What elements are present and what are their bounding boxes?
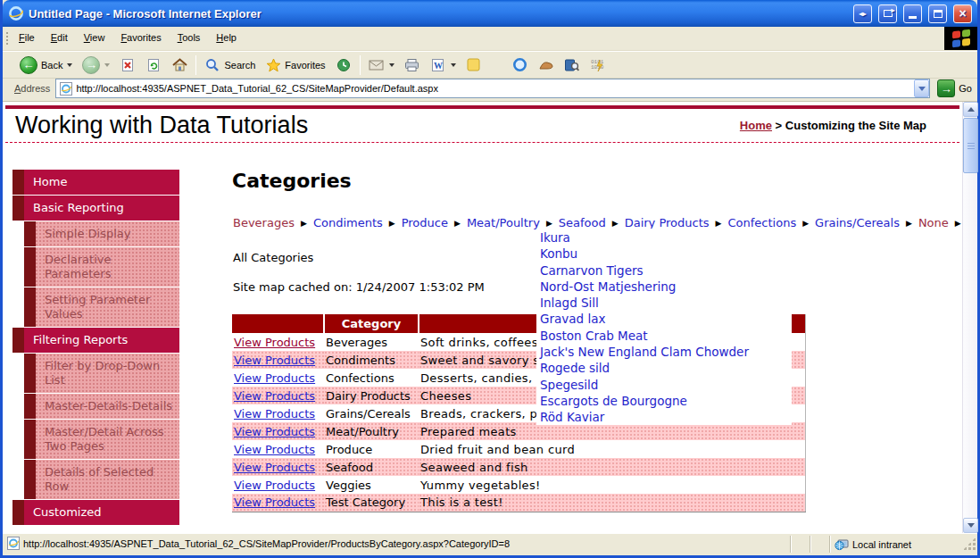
address-url[interactable]: http://localhost:4935/ASPNET_Data_Tutori… bbox=[76, 83, 910, 94]
submenu-item-gravad-lax[interactable]: Gravad lax bbox=[540, 311, 792, 327]
view-products-link[interactable]: View Products bbox=[234, 496, 315, 509]
menu-tools[interactable]: Tools bbox=[170, 27, 209, 50]
scroll-up-button[interactable] bbox=[963, 102, 978, 117]
history-icon bbox=[336, 57, 352, 73]
back-button[interactable]: ← Back bbox=[15, 54, 77, 76]
menu-item-condiments[interactable]: Condiments bbox=[313, 216, 383, 229]
favorites-button[interactable]: Favorites bbox=[261, 55, 329, 75]
binary-tool-button[interactable]: 01011010 bbox=[586, 55, 610, 75]
view-products-link[interactable]: View Products bbox=[234, 371, 315, 385]
messenger-button[interactable] bbox=[508, 55, 533, 75]
submenu-item-nord-ost-matjeshering[interactable]: Nord-Ost Matjeshering bbox=[540, 279, 792, 295]
view-products-link[interactable]: View Products bbox=[234, 425, 315, 438]
refresh-button[interactable] bbox=[141, 55, 166, 75]
vertical-scrollbar[interactable] bbox=[962, 102, 977, 533]
sidebar-item-basic-reporting[interactable]: Basic Reporting bbox=[12, 196, 179, 221]
sidebar-item-customized[interactable]: Customized bbox=[12, 500, 179, 525]
submenu-item-carnarvon-tigers[interactable]: Carnarvon Tigers bbox=[540, 262, 792, 279]
edit-with-word-button[interactable]: W bbox=[426, 55, 461, 75]
category-cell: Meat/Poultry bbox=[324, 422, 419, 440]
browser-viewport: Working with Data Tutorials Home > Custo… bbox=[3, 102, 977, 533]
scroll-down-button[interactable] bbox=[963, 518, 978, 533]
sidebar-item-simple-display[interactable]: Simple Display bbox=[24, 221, 179, 246]
security-zone-label: Local intranet bbox=[852, 539, 911, 550]
view-products-link[interactable]: View Products bbox=[234, 407, 315, 421]
encarta-button[interactable] bbox=[560, 55, 585, 75]
sidebar-item-declarative-parameters[interactable]: Declarative Parameters bbox=[24, 247, 179, 287]
menu-item-seafood[interactable]: Seafood bbox=[559, 216, 606, 229]
submenu-item-rogede-sild[interactable]: Rogede sild bbox=[540, 360, 792, 376]
menu-item-dairy-products[interactable]: Dairy Products bbox=[625, 216, 710, 229]
submenu-item-jacks-clam-chowder[interactable]: Jack's New England Clam Chowder bbox=[540, 344, 792, 360]
home-button[interactable] bbox=[167, 55, 192, 75]
minimize-button[interactable] bbox=[903, 4, 922, 23]
menu-file[interactable]: File bbox=[11, 27, 43, 50]
view-products-link[interactable]: View Products bbox=[234, 389, 315, 403]
sidebar-item-filter-by-dropdown-list[interactable]: Filter by Drop-Down List bbox=[24, 354, 179, 393]
view-products-link[interactable]: View Products bbox=[234, 336, 315, 349]
menu-item-meat-poultry[interactable]: Meat/Poultry bbox=[467, 216, 540, 229]
go-button[interactable]: → bbox=[937, 79, 955, 97]
category-cell: Produce bbox=[324, 440, 419, 458]
print-button[interactable] bbox=[400, 55, 425, 75]
sidebar-item-master-details-details[interactable]: Master-Details-Details bbox=[24, 394, 179, 419]
header-actions bbox=[232, 314, 324, 333]
restore-down-button[interactable]: ◂▸ bbox=[853, 4, 872, 23]
view-products-link[interactable]: View Products bbox=[234, 479, 315, 492]
table-row: View Products Seafood Seaweed and fish bbox=[232, 458, 805, 476]
view-products-link[interactable]: View Products bbox=[234, 354, 315, 367]
print-icon bbox=[404, 57, 420, 73]
browser-window: Untitled Page - Microsoft Internet Explo… bbox=[0, 0, 980, 558]
address-input[interactable]: http://localhost:4935/ASPNET_Data_Tutori… bbox=[55, 79, 930, 98]
title-bar: Untitled Page - Microsoft Internet Explo… bbox=[3, 0, 977, 27]
sidebar-item-filtering-reports[interactable]: Filtering Reports bbox=[12, 328, 179, 353]
sidebar-item-home[interactable]: Home bbox=[12, 170, 179, 195]
submenu-item-konbu[interactable]: Konbu bbox=[540, 246, 792, 262]
menu-view[interactable]: View bbox=[76, 27, 113, 50]
internet-explorer-icon bbox=[8, 5, 24, 21]
resize-grip[interactable] bbox=[963, 537, 976, 550]
pop-out-button[interactable] bbox=[878, 4, 897, 23]
view-products-link[interactable]: View Products bbox=[234, 443, 315, 456]
sidebar-item-details-of-selected-row[interactable]: Details of Selected Row bbox=[24, 460, 179, 499]
scrollbar-thumb[interactable] bbox=[963, 118, 978, 173]
search-button[interactable]: Search bbox=[200, 55, 260, 75]
menu-item-produce[interactable]: Produce bbox=[402, 216, 448, 229]
discuss-button[interactable] bbox=[461, 55, 486, 75]
maximize-button[interactable] bbox=[928, 4, 947, 23]
menu-favorites[interactable]: Favorites bbox=[112, 27, 169, 50]
research-button[interactable] bbox=[534, 55, 559, 75]
menu-item-confections[interactable]: Confections bbox=[728, 216, 797, 229]
stop-button[interactable] bbox=[115, 55, 140, 75]
mail-button[interactable] bbox=[364, 55, 399, 75]
menu-item-grains-cereals[interactable]: Grains/Cereals bbox=[815, 216, 900, 229]
menu-grip[interactable] bbox=[4, 30, 9, 46]
sidebar-item-master-detail-two-pages[interactable]: Master/Detail Across Two Pages bbox=[24, 420, 179, 459]
arrow-right-icon: ▶ bbox=[389, 219, 395, 228]
menu-item-beverages[interactable]: Beverages bbox=[233, 216, 295, 229]
menu-item-none[interactable]: None bbox=[918, 216, 949, 229]
submenu-item-escargots-de-bourgogne[interactable]: Escargots de Bourgogne bbox=[540, 393, 792, 409]
page-header: Working with Data Tutorials Home > Custo… bbox=[3, 109, 962, 142]
submenu-item-boston-crab-meat[interactable]: Boston Crab Meat bbox=[540, 328, 792, 344]
sidebar-item-setting-parameter-values[interactable]: Setting Parameter Values bbox=[24, 287, 179, 327]
cache-timestamp: Site map cached on: 1/24/2007 1:53:02 PM bbox=[233, 280, 485, 294]
all-categories-label: All Categories bbox=[233, 251, 313, 264]
view-products-link[interactable]: View Products bbox=[234, 461, 315, 474]
close-button[interactable]: × bbox=[953, 4, 972, 23]
submenu-item-rod-kaviar[interactable]: Röd Kaviar bbox=[540, 409, 792, 425]
edit-dropdown-icon bbox=[451, 63, 456, 67]
submenu-item-inlagd-sill[interactable]: Inlagd Sill bbox=[540, 295, 792, 311]
category-cell: Condiments bbox=[324, 351, 419, 369]
menu-help[interactable]: Help bbox=[208, 27, 245, 50]
search-icon bbox=[204, 57, 220, 73]
menu-edit[interactable]: Edit bbox=[43, 27, 76, 50]
forward-button[interactable]: → bbox=[78, 54, 114, 76]
submenu-item-ikura[interactable]: Ikura bbox=[540, 229, 792, 246]
submenu-item-spegesild[interactable]: Spegesild bbox=[540, 377, 792, 393]
breadcrumb-home-link[interactable]: Home bbox=[740, 119, 772, 132]
web-page: Working with Data Tutorials Home > Custo… bbox=[3, 102, 962, 533]
address-dropdown-button[interactable] bbox=[914, 79, 929, 97]
arrow-right-icon: ▶ bbox=[301, 219, 307, 228]
history-button[interactable] bbox=[331, 55, 356, 75]
